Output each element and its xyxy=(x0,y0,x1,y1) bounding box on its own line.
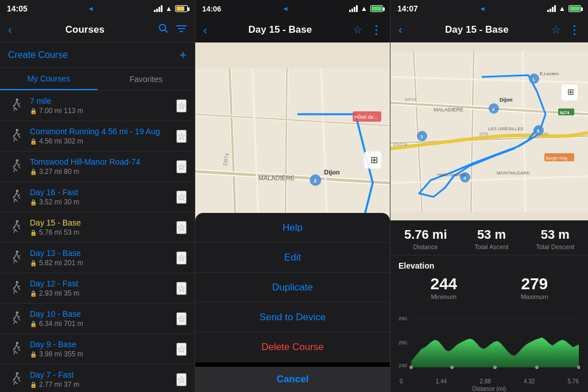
course-star-button[interactable]: ☆ xyxy=(176,373,187,386)
back-button-panel2[interactable]: ‹ xyxy=(203,24,207,37)
course-star-button[interactable]: ☆ xyxy=(176,312,187,325)
action-edit[interactable]: Edit xyxy=(195,243,390,273)
elevation-max-value: 279 xyxy=(521,275,548,293)
elevation-chart-svg: 260 260 240 xyxy=(399,307,580,376)
stat-descent-label: Total Descent xyxy=(536,243,574,250)
course-item[interactable]: Day 12 - Fast 🔒 2.93 mi 35 m ☆ xyxy=(0,273,195,304)
course-name: Day 13 - Base xyxy=(30,249,172,258)
course-star-button[interactable]: ☆ xyxy=(176,282,187,295)
stat-distance: 5.76 mi Distance xyxy=(404,227,447,250)
course-item[interactable]: Day 13 - Base 🔒 5.82 mi 201 m ☆ xyxy=(0,243,195,273)
course-star-button[interactable]: ☆ xyxy=(176,343,187,356)
action-send-to-device[interactable]: Send to Device xyxy=(195,302,390,332)
plus-button[interactable]: + xyxy=(179,48,187,63)
course-item[interactable]: Day 9 - Base 🔒 3.98 mi 355 m ☆ xyxy=(0,334,195,364)
course-info: Day 12 - Fast 🔒 2.93 mi 35 m xyxy=(30,279,172,297)
more-button-panel3[interactable]: ⋮ xyxy=(568,23,580,37)
svg-point-95 xyxy=(450,366,454,369)
course-item[interactable]: Day 7 - Fast 🔒 2.77 mi 37 m ☆ xyxy=(0,364,195,392)
battery-icon-3 xyxy=(568,5,581,12)
filter-button[interactable] xyxy=(176,25,187,35)
x-label-1: 1.44 xyxy=(436,378,447,385)
course-distance: 5.76 mi xyxy=(39,228,61,236)
more-button-panel2[interactable]: ⋮ xyxy=(370,23,382,37)
wifi-icon-3: ▲ xyxy=(559,5,566,13)
svg-text:D974: D974 xyxy=(405,97,416,102)
runner-icon xyxy=(8,219,24,235)
svg-point-94 xyxy=(409,366,413,369)
course-star-button[interactable]: ☆ xyxy=(176,191,187,204)
course-info: 7 mile 🔒 7.00 mi 113 m xyxy=(30,96,172,115)
create-course-bar[interactable]: Create Course + xyxy=(0,42,195,68)
signal-bars xyxy=(154,5,163,12)
svg-text:Dijon: Dijon xyxy=(500,97,513,103)
lock-icon: 🔒 xyxy=(30,321,37,327)
x-label-3: 4.32 xyxy=(524,378,535,385)
action-cancel[interactable]: Cancel xyxy=(195,362,390,392)
action-help[interactable]: Help xyxy=(195,213,390,243)
course-name: Day 16 - Fast xyxy=(30,188,172,197)
course-distance: 2.93 mi xyxy=(39,289,61,297)
svg-text:Burger King: Burger King xyxy=(546,156,567,161)
elevation-min-value: 244 xyxy=(430,275,457,293)
runner-icon xyxy=(8,250,24,266)
lock-icon: 🔒 xyxy=(30,260,37,266)
course-star-button[interactable]: ☆ xyxy=(176,99,187,112)
course-item[interactable]: 7 mile 🔒 7.00 mi 113 m ☆ xyxy=(0,91,195,121)
course-name: Tomswood Hill-Manor Road-74 xyxy=(30,157,172,166)
course-star-button[interactable]: ☆ xyxy=(176,221,187,234)
svg-text:260: 260 xyxy=(399,340,407,346)
course-item[interactable]: Cornimont Running 4.56 mi - 19 Aug 🔒 4.5… xyxy=(0,121,195,152)
course-item[interactable]: Day 16 - Fast 🔒 3.52 mi 30 m ☆ xyxy=(0,182,195,212)
svg-text:LES GRÉSILLES: LES GRÉSILLES xyxy=(488,126,524,131)
svg-point-5 xyxy=(16,98,19,101)
svg-text:MONTMUZARD: MONTMUZARD xyxy=(497,170,530,176)
course-distance: 3.98 mi xyxy=(39,350,61,358)
svg-point-9 xyxy=(16,220,19,223)
course-item[interactable]: Day 15 - Base 🔒 5.76 mi 53 m ☆ xyxy=(0,212,195,243)
svg-point-6 xyxy=(16,129,19,131)
search-button[interactable] xyxy=(158,23,168,36)
courses-list: 7 mile 🔒 7.00 mi 113 m ☆ Cornimont Runni… xyxy=(0,91,195,392)
course-item[interactable]: Tomswood Hill-Manor Road-74 🔒 3.27 mi 80… xyxy=(0,152,195,182)
course-star-button[interactable]: ☆ xyxy=(176,130,187,143)
svg-text:2: 2 xyxy=(492,107,495,112)
course-item[interactable]: Day 10 - Base 🔒 6.34 mi 701 m ☆ xyxy=(0,304,195,334)
star-button-panel2[interactable]: ☆ xyxy=(353,24,362,36)
star-button-panel3[interactable]: ☆ xyxy=(551,23,560,37)
nav-arrow-panel3: ◂ xyxy=(481,5,484,13)
course-info: Day 13 - Base 🔒 5.82 mi 201 m xyxy=(30,249,172,267)
course-name: Cornimont Running 4.56 mi - 19 Aug xyxy=(30,127,172,136)
time-panel1: 14:05 xyxy=(7,4,28,13)
back-button-panel3[interactable]: ‹ xyxy=(399,23,403,36)
tab-my-courses[interactable]: My Courses xyxy=(0,68,98,90)
detail-header: ‹ Day 15 - Base ☆ ⋮ xyxy=(390,17,588,42)
tab-favorites[interactable]: Favorites xyxy=(98,68,195,90)
runner-icon xyxy=(8,341,24,357)
courses-header: ‹ Courses xyxy=(0,17,195,42)
detail-map: MALADIÈRE LES GRÉSILLES MONTMUZARD D974 … xyxy=(390,42,588,220)
course-info: Day 10 - Base 🔒 6.34 mi 701 m xyxy=(30,309,172,328)
course-distance: 3.52 mi xyxy=(39,198,61,206)
runner-icon xyxy=(8,98,24,114)
svg-text:240: 240 xyxy=(399,363,407,368)
course-distance: 6.34 mi xyxy=(39,320,61,328)
stat-descent-value: 53 m xyxy=(536,227,574,242)
search-icon xyxy=(158,23,168,33)
svg-text:3: 3 xyxy=(420,134,423,139)
svg-text:Halles centrales: Halles centrales xyxy=(438,173,466,177)
stat-descent: 53 m Total Descent xyxy=(536,227,574,250)
stat-ascent-value: 53 m xyxy=(474,227,508,242)
lock-icon: 🔒 xyxy=(30,138,37,145)
back-button-panel1[interactable]: ‹ xyxy=(8,23,12,36)
action-duplicate[interactable]: Duplicate xyxy=(195,273,390,302)
svg-text:260: 260 xyxy=(399,316,407,321)
svg-point-0 xyxy=(159,25,165,31)
course-meta: 🔒 2.93 mi 35 m xyxy=(30,289,172,297)
status-bar-panel3: 14:07 ◂ ▲ xyxy=(390,0,588,17)
stat-distance-label: Distance xyxy=(404,243,447,250)
course-star-button[interactable]: ☆ xyxy=(176,160,187,173)
course-star-button[interactable]: ☆ xyxy=(176,251,187,265)
svg-text:1: 1 xyxy=(532,77,535,82)
action-delete-course[interactable]: Delete Course xyxy=(195,332,390,362)
